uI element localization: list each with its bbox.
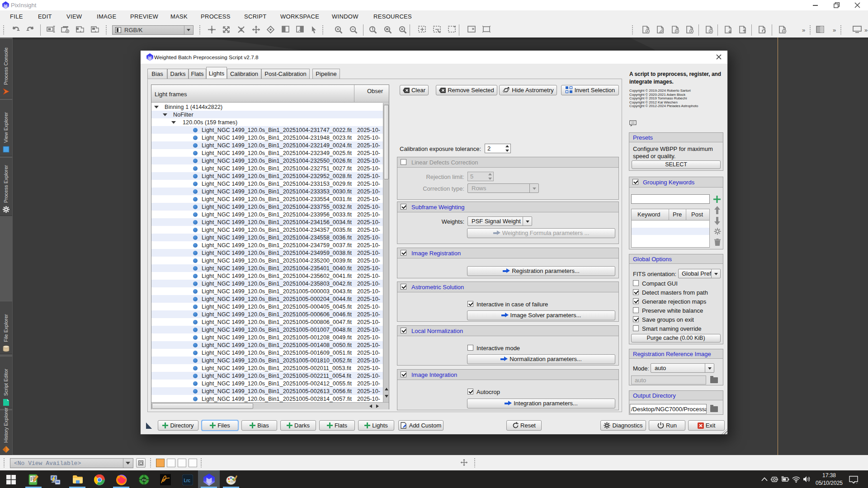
svg-text:Lrc: Lrc <box>184 478 191 483</box>
svg-text:FH: FH <box>142 479 146 482</box>
